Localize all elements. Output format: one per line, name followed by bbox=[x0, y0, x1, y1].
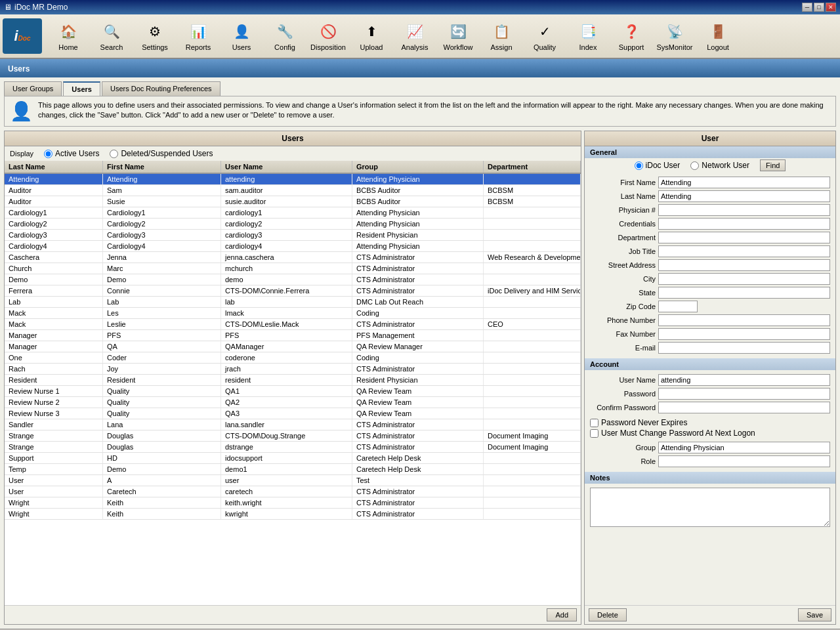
city-input[interactable] bbox=[658, 273, 830, 285]
cell-group: QA Review Manager bbox=[352, 341, 484, 352]
lastname-input[interactable] bbox=[658, 190, 830, 202]
toolbar-item-reports[interactable]: 📊 Reports bbox=[177, 18, 219, 54]
toolbar-item-home[interactable]: 🏠 Home bbox=[47, 18, 89, 54]
toolbar-item-upload[interactable]: ⬆ Upload bbox=[350, 18, 392, 54]
password-input[interactable] bbox=[658, 388, 830, 400]
table-row[interactable]: User Caretech caretech CTS Administrator bbox=[5, 486, 581, 497]
table-row[interactable]: Lab Lab lab DMC Lab Out Reach bbox=[5, 297, 581, 308]
tab-user-groups[interactable]: User Groups bbox=[4, 81, 62, 96]
physician-label: Physician # bbox=[590, 206, 656, 214]
table-row[interactable]: Review Nurse 1 Quality QA1 QA Review Tea… bbox=[5, 386, 581, 397]
delete-button[interactable]: Delete bbox=[589, 608, 627, 621]
table-row[interactable]: Demo Demo demo CTS Administrator bbox=[5, 274, 581, 285]
zipcode-input[interactable] bbox=[658, 301, 698, 312]
config-icon: 🔧 bbox=[274, 21, 295, 42]
table-row[interactable]: User A user Test bbox=[5, 475, 581, 486]
physician-input[interactable] bbox=[658, 204, 830, 216]
active-users-radio[interactable]: Active Users bbox=[44, 149, 99, 158]
table-row[interactable]: Auditor Sam sam.auditor BCBS Auditor BCB… bbox=[5, 185, 581, 196]
toolbar-item-config[interactable]: 🔧 Config bbox=[264, 18, 306, 54]
deleted-users-radio-input[interactable] bbox=[110, 150, 118, 158]
firstname-input[interactable] bbox=[658, 177, 830, 188]
table-row[interactable]: Support HD idocsupport Caretech Help Des… bbox=[5, 453, 581, 464]
table-row[interactable]: Attending Attending attending Attending … bbox=[5, 174, 581, 185]
cell-username: susie.auditor bbox=[221, 196, 352, 207]
credentials-input[interactable] bbox=[658, 218, 830, 230]
toolbar-item-index[interactable]: 📑 Index bbox=[567, 18, 609, 54]
toolbar-item-logout[interactable]: 🚪 Logout bbox=[697, 18, 739, 54]
find-button[interactable]: Find bbox=[760, 159, 786, 171]
streetaddress-input[interactable] bbox=[658, 259, 830, 271]
email-input[interactable] bbox=[658, 342, 830, 354]
role-input[interactable] bbox=[658, 455, 830, 467]
tab-users[interactable]: Users bbox=[63, 81, 100, 96]
toolbar-item-settings[interactable]: ⚙ Settings bbox=[134, 18, 176, 54]
table-row[interactable]: Manager QA QAManager QA Review Manager bbox=[5, 341, 581, 352]
toolbar-item-analysis[interactable]: 📈 Analysis bbox=[394, 18, 436, 54]
table-row[interactable]: Wright Keith kwright CTS Administrator bbox=[5, 509, 581, 520]
cell-firstname: Lana bbox=[103, 419, 221, 430]
table-row[interactable]: Wright Keith keith.wright CTS Administra… bbox=[5, 497, 581, 509]
cell-firstname: Quality bbox=[103, 397, 221, 408]
table-row[interactable]: Mack Leslie CTS-DOM\Leslie.Mack CTS Admi… bbox=[5, 319, 581, 330]
notes-textarea[interactable] bbox=[590, 488, 830, 527]
state-input[interactable] bbox=[658, 287, 830, 299]
table-row[interactable]: Cardiology1 Cardiology1 cardiology1 Atte… bbox=[5, 207, 581, 219]
table-row[interactable]: Caschera Jenna jenna.caschera CTS Admini… bbox=[5, 252, 581, 263]
users-panel-header: Users bbox=[5, 131, 581, 146]
table-row[interactable]: Auditor Susie susie.auditor BCBS Auditor… bbox=[5, 196, 581, 207]
table-row[interactable]: Mack Les lmack Coding bbox=[5, 308, 581, 319]
network-user-radio-input[interactable] bbox=[690, 161, 699, 170]
table-row[interactable]: Review Nurse 3 Quality QA3 QA Review Tea… bbox=[5, 408, 581, 419]
table-row[interactable]: Ferrera Connie CTS-DOM\Connie.Ferrera CT… bbox=[5, 285, 581, 297]
toolbar-item-search[interactable]: 🔍 Search bbox=[91, 18, 133, 54]
deleted-users-radio[interactable]: Deleted/Suspended Users bbox=[110, 149, 213, 158]
username-input[interactable] bbox=[658, 374, 830, 386]
table-row[interactable]: Manager PFS PFS PFS Management bbox=[5, 330, 581, 341]
table-row[interactable]: Cardiology4 Cardiology4 cardiology4 Atte… bbox=[5, 241, 581, 252]
table-row[interactable]: Resident Resident resident Resident Phys… bbox=[5, 375, 581, 386]
user-type-radio-row: iDoc User Network User Find bbox=[585, 159, 835, 171]
close-button[interactable]: ✕ bbox=[826, 3, 836, 12]
fax-input[interactable] bbox=[658, 328, 830, 340]
toolbar-item-disposition[interactable]: 🚫 Disposition bbox=[307, 18, 349, 54]
minimize-button[interactable]: ─ bbox=[802, 3, 812, 12]
maximize-button[interactable]: □ bbox=[814, 3, 824, 12]
cell-username: demo1 bbox=[221, 464, 352, 474]
cell-department bbox=[484, 219, 581, 229]
confirm-password-input[interactable] bbox=[658, 402, 830, 413]
search-label: Search bbox=[100, 43, 123, 51]
toolbar-item-quality[interactable]: ✓ Quality bbox=[524, 18, 566, 54]
tab-users-doc-routing[interactable]: Users Doc Routing Preferences bbox=[102, 81, 220, 96]
active-users-radio-input[interactable] bbox=[44, 150, 52, 158]
table-row[interactable]: Rach Joy jrach CTS Administrator bbox=[5, 364, 581, 375]
add-button[interactable]: Add bbox=[547, 608, 577, 621]
settings-label: Settings bbox=[142, 43, 168, 51]
idoc-user-radio[interactable]: iDoc User bbox=[635, 161, 681, 170]
toolbar-item-workflow[interactable]: 🔄 Workflow bbox=[437, 18, 479, 54]
table-body: Attending Attending attending Attending … bbox=[5, 174, 581, 605]
table-row[interactable]: Temp Demo demo1 Caretech Help Desk bbox=[5, 464, 581, 475]
group-input[interactable] bbox=[658, 442, 830, 453]
table-row[interactable]: Cardiology3 Cardiology3 cardiology3 Resi… bbox=[5, 230, 581, 241]
table-row[interactable]: Review Nurse 2 Quality QA2 QA Review Tea… bbox=[5, 397, 581, 408]
table-row[interactable]: Strange Douglas CTS-DOM\Doug.Strange CTS… bbox=[5, 430, 581, 442]
table-row[interactable]: Cardiology2 Cardiology2 cardiology2 Atte… bbox=[5, 219, 581, 230]
must-change-pwd-checkbox[interactable] bbox=[590, 429, 598, 438]
phone-input[interactable] bbox=[658, 314, 830, 326]
idoc-user-radio-input[interactable] bbox=[635, 161, 643, 170]
jobtitle-input[interactable] bbox=[658, 245, 830, 257]
table-row[interactable]: Church Marc mchurch CTS Administrator bbox=[5, 263, 581, 274]
cell-firstname: Cardiology4 bbox=[103, 241, 221, 251]
network-user-radio[interactable]: Network User bbox=[690, 161, 749, 170]
toolbar-item-assign[interactable]: 📋 Assign bbox=[480, 18, 522, 54]
table-row[interactable]: Strange Douglas dstrange CTS Administrat… bbox=[5, 442, 581, 453]
table-row[interactable]: One Coder coderone Coding bbox=[5, 352, 581, 364]
toolbar-item-users[interactable]: 👤 Users bbox=[220, 18, 262, 54]
table-row[interactable]: Sandler Lana lana.sandler CTS Administra… bbox=[5, 419, 581, 430]
department-input[interactable] bbox=[658, 232, 830, 243]
toolbar-item-sysmonitor[interactable]: 📡 SysMonitor bbox=[654, 18, 696, 54]
pwd-never-expires-checkbox[interactable] bbox=[590, 419, 598, 427]
save-button[interactable]: Save bbox=[798, 608, 831, 621]
toolbar-item-support[interactable]: ❓ Support bbox=[610, 18, 652, 54]
